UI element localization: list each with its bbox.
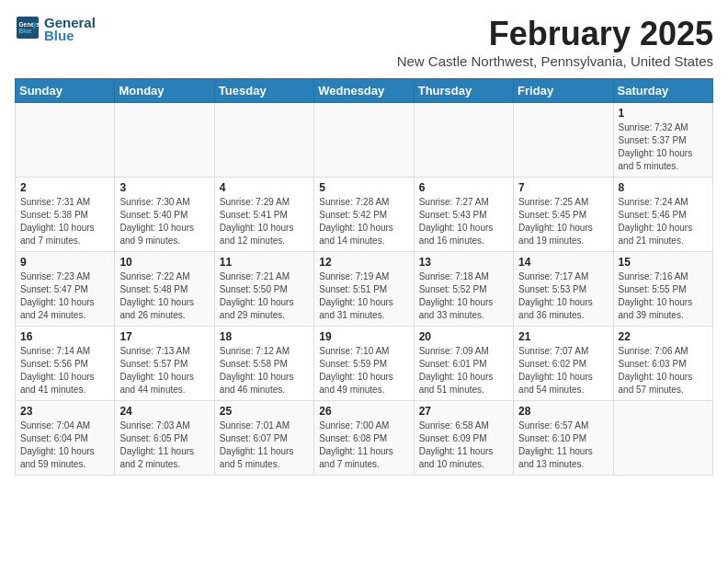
calendar-cell: 3Sunrise: 7:30 AM Sunset: 5:40 PM Daylig… [115,178,214,252]
day-number: 20 [419,330,508,343]
calendar-cell: 17Sunrise: 7:13 AM Sunset: 5:57 PM Dayli… [115,327,214,401]
calendar-cell: 6Sunrise: 7:27 AM Sunset: 5:43 PM Daylig… [414,178,513,252]
day-number: 11 [220,256,309,269]
day-info: Sunrise: 7:04 AM Sunset: 6:04 PM Dayligh… [20,419,109,471]
day-info: Sunrise: 7:18 AM Sunset: 5:52 PM Dayligh… [419,270,508,322]
day-info: Sunrise: 7:24 AM Sunset: 5:46 PM Dayligh… [619,196,708,247]
day-number: 19 [319,330,408,343]
calendar-cell: 24Sunrise: 7:03 AM Sunset: 6:05 PM Dayli… [115,401,214,476]
col-header-saturday: Saturday [613,79,712,103]
day-info: Sunrise: 7:19 AM Sunset: 5:51 PM Dayligh… [319,270,408,322]
calendar-cell: 2Sunrise: 7:31 AM Sunset: 5:38 PM Daylig… [16,178,115,252]
day-info: Sunrise: 7:16 AM Sunset: 5:55 PM Dayligh… [619,270,708,322]
col-header-sunday: Sunday [16,79,115,103]
calendar-cell: 27Sunrise: 6:58 AM Sunset: 6:09 PM Dayli… [414,401,513,476]
col-header-friday: Friday [514,79,613,103]
day-number: 10 [119,256,209,269]
day-info: Sunrise: 7:12 AM Sunset: 5:58 PM Dayligh… [220,345,309,396]
calendar-cell: 10Sunrise: 7:22 AM Sunset: 5:48 PM Dayli… [115,252,214,327]
day-info: Sunrise: 7:17 AM Sunset: 5:53 PM Dayligh… [518,270,608,322]
calendar-cell: 23Sunrise: 7:04 AM Sunset: 6:04 PM Dayli… [16,401,115,476]
day-number: 22 [619,330,708,343]
calendar-cell: 21Sunrise: 7:07 AM Sunset: 6:02 PM Dayli… [514,327,613,401]
month-title: February 2025 [397,15,713,53]
calendar-week-5: 23Sunrise: 7:04 AM Sunset: 6:04 PM Dayli… [16,401,713,476]
day-number: 4 [220,181,309,194]
col-header-thursday: Thursday [414,79,513,103]
day-info: Sunrise: 7:01 AM Sunset: 6:07 PM Dayligh… [220,419,309,471]
day-info: Sunrise: 6:58 AM Sunset: 6:09 PM Dayligh… [419,419,508,471]
day-info: Sunrise: 7:14 AM Sunset: 5:56 PM Dayligh… [20,345,109,396]
calendar-cell [613,401,712,476]
calendar-cell [314,103,414,178]
day-number: 23 [20,405,109,418]
day-info: Sunrise: 7:00 AM Sunset: 6:08 PM Dayligh… [319,419,408,471]
calendar-week-3: 9Sunrise: 7:23 AM Sunset: 5:47 PM Daylig… [16,252,713,327]
day-info: Sunrise: 7:30 AM Sunset: 5:40 PM Dayligh… [119,196,209,247]
calendar: SundayMondayTuesdayWednesdayThursdayFrid… [15,78,713,476]
calendar-cell [414,103,513,178]
calendar-cell: 15Sunrise: 7:16 AM Sunset: 5:55 PM Dayli… [613,252,712,327]
calendar-cell [214,103,313,178]
calendar-cell: 14Sunrise: 7:17 AM Sunset: 5:53 PM Dayli… [514,252,613,327]
day-info: Sunrise: 7:03 AM Sunset: 6:05 PM Dayligh… [119,419,209,471]
calendar-cell: 20Sunrise: 7:09 AM Sunset: 6:01 PM Dayli… [414,327,513,401]
calendar-cell: 18Sunrise: 7:12 AM Sunset: 5:58 PM Dayli… [214,327,313,401]
calendar-cell: 16Sunrise: 7:14 AM Sunset: 5:56 PM Dayli… [16,327,115,401]
col-header-tuesday: Tuesday [214,79,313,103]
day-info: Sunrise: 7:06 AM Sunset: 6:03 PM Dayligh… [619,345,708,396]
day-info: Sunrise: 7:07 AM Sunset: 6:02 PM Dayligh… [518,345,608,396]
day-info: Sunrise: 7:25 AM Sunset: 5:45 PM Dayligh… [518,196,608,247]
svg-text:Blue: Blue [18,28,32,34]
calendar-week-2: 2Sunrise: 7:31 AM Sunset: 5:38 PM Daylig… [16,178,713,252]
day-number: 28 [518,405,608,418]
day-number: 16 [20,330,109,343]
day-info: Sunrise: 7:10 AM Sunset: 5:59 PM Dayligh… [319,345,408,396]
day-number: 17 [119,330,209,343]
calendar-cell: 4Sunrise: 7:29 AM Sunset: 5:41 PM Daylig… [214,178,313,252]
calendar-cell: 28Sunrise: 6:57 AM Sunset: 6:10 PM Dayli… [514,401,613,476]
calendar-cell: 12Sunrise: 7:19 AM Sunset: 5:51 PM Dayli… [314,252,414,327]
day-number: 24 [119,405,209,418]
calendar-week-1: 1Sunrise: 7:32 AM Sunset: 5:37 PM Daylig… [16,103,713,178]
calendar-cell [514,103,613,178]
day-number: 8 [619,181,708,194]
calendar-cell: 19Sunrise: 7:10 AM Sunset: 5:59 PM Dayli… [314,327,414,401]
day-number: 15 [619,256,708,269]
calendar-cell [115,103,214,178]
day-info: Sunrise: 7:22 AM Sunset: 5:48 PM Dayligh… [119,270,209,322]
calendar-cell: 5Sunrise: 7:28 AM Sunset: 5:42 PM Daylig… [314,178,414,252]
day-number: 3 [119,181,209,194]
day-info: Sunrise: 7:23 AM Sunset: 5:47 PM Dayligh… [20,270,109,322]
calendar-cell: 25Sunrise: 7:01 AM Sunset: 6:07 PM Dayli… [214,401,313,476]
calendar-cell: 22Sunrise: 7:06 AM Sunset: 6:03 PM Dayli… [613,327,712,401]
day-number: 27 [419,405,508,418]
day-number: 12 [319,256,408,269]
day-number: 21 [518,330,608,343]
calendar-cell: 8Sunrise: 7:24 AM Sunset: 5:46 PM Daylig… [613,178,712,252]
day-number: 7 [518,181,608,194]
calendar-cell: 1Sunrise: 7:32 AM Sunset: 5:37 PM Daylig… [613,103,712,178]
day-info: Sunrise: 7:09 AM Sunset: 6:01 PM Dayligh… [419,345,508,396]
day-number: 25 [220,405,309,418]
day-info: Sunrise: 6:57 AM Sunset: 6:10 PM Dayligh… [518,419,608,471]
col-header-wednesday: Wednesday [314,79,414,103]
day-number: 26 [319,405,408,418]
calendar-cell: 9Sunrise: 7:23 AM Sunset: 5:47 PM Daylig… [16,252,115,327]
day-info: Sunrise: 7:28 AM Sunset: 5:42 PM Dayligh… [319,196,408,247]
day-info: Sunrise: 7:13 AM Sunset: 5:57 PM Dayligh… [119,345,209,396]
logo-icon: General Blue [17,17,39,39]
calendar-cell: 11Sunrise: 7:21 AM Sunset: 5:50 PM Dayli… [214,252,313,327]
day-info: Sunrise: 7:21 AM Sunset: 5:50 PM Dayligh… [220,270,309,322]
day-number: 1 [619,107,708,120]
calendar-week-4: 16Sunrise: 7:14 AM Sunset: 5:56 PM Dayli… [16,327,713,401]
calendar-cell: 26Sunrise: 7:00 AM Sunset: 6:08 PM Dayli… [314,401,414,476]
calendar-cell [16,103,115,178]
day-number: 6 [419,181,508,194]
day-number: 5 [319,181,408,194]
location-title: New Castle Northwest, Pennsylvania, Unit… [397,53,713,69]
day-number: 9 [20,256,109,269]
col-header-monday: Monday [115,79,214,103]
day-number: 18 [220,330,309,343]
day-info: Sunrise: 7:31 AM Sunset: 5:38 PM Dayligh… [20,196,109,247]
